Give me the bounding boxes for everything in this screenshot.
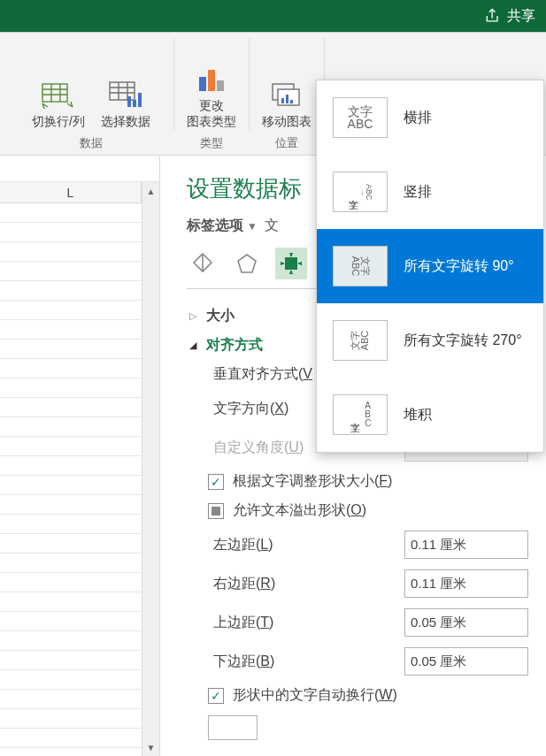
scroll-down-arrow[interactable]: ▼ bbox=[142, 738, 159, 756]
thumb-horizontal-icon: 文字ABC bbox=[333, 97, 388, 138]
input-margin-right[interactable] bbox=[405, 577, 546, 592]
switch-row-col-button[interactable]: 切换行/列 bbox=[26, 73, 91, 134]
tab-text-options[interactable]: 文 bbox=[265, 217, 279, 235]
column-header-L[interactable]: L bbox=[0, 182, 142, 202]
triangle-right-icon: ▷ bbox=[187, 310, 199, 322]
popup-option-vertical[interactable]: 文字↓ABC 竖排 bbox=[317, 155, 543, 229]
spin-margin-left[interactable]: ▲▼ bbox=[404, 531, 528, 559]
svg-rect-7 bbox=[217, 80, 224, 91]
popup-option-rotate-90[interactable]: 文字ABC 所有文字旋转 90° bbox=[317, 229, 543, 303]
ribbon-group-data: 切换行/列 选择数据 数据 bbox=[9, 33, 173, 155]
columns-button[interactable] bbox=[208, 715, 258, 740]
popup-option-vertical-label: 竖排 bbox=[404, 183, 432, 202]
row-margin-bottom: 下边距(B) ▲▼ bbox=[187, 642, 528, 681]
thumb-vertical-icon: 文字↓ABC bbox=[333, 172, 388, 212]
thumb-rotate-90-icon: 文字ABC bbox=[333, 246, 388, 286]
label-overflow: 允许文本溢出形状(O) bbox=[233, 501, 528, 520]
input-margin-left[interactable] bbox=[405, 538, 546, 553]
checkbox-autofit[interactable] bbox=[208, 474, 224, 490]
spin-margin-top[interactable]: ▲▼ bbox=[404, 608, 528, 637]
ribbon-group-position: 移动图表 位置 bbox=[250, 33, 324, 155]
input-margin-bottom[interactable] bbox=[405, 654, 546, 669]
select-data-button[interactable]: 选择数据 bbox=[95, 73, 157, 134]
section-size-title: 大小 bbox=[206, 307, 235, 325]
checkbox-overflow[interactable] bbox=[208, 503, 224, 519]
move-chart-icon bbox=[269, 80, 304, 109]
svg-rect-14 bbox=[286, 258, 296, 269]
svg-rect-2 bbox=[127, 96, 131, 107]
popup-option-rotate-270-label: 所有文字旋转 270° bbox=[404, 332, 522, 350]
label-margin-bottom: 下边距(B) bbox=[213, 653, 396, 671]
ribbon-group-type: 更改 图表类型 类型 bbox=[174, 33, 249, 155]
svg-marker-13 bbox=[238, 255, 256, 272]
input-margin-top[interactable] bbox=[405, 615, 546, 630]
move-chart-button[interactable]: 移动图表 bbox=[256, 73, 318, 134]
change-chart-type-button[interactable]: 更改 图表类型 bbox=[181, 57, 242, 134]
spin-margin-right[interactable]: ▲▼ bbox=[404, 569, 528, 598]
tab-label-options[interactable]: 标签选项▼ bbox=[187, 217, 258, 235]
row-columns bbox=[187, 710, 528, 745]
ribbon-group-position-label: 位置 bbox=[275, 135, 298, 151]
popup-option-rotate-270[interactable]: 文字ABC 所有文字旋转 270° bbox=[317, 303, 543, 378]
fill-outline-icon[interactable] bbox=[187, 248, 219, 279]
row-wrap: 形状中的文字自动换行(W) bbox=[187, 681, 528, 710]
ribbon-group-type-label: 类型 bbox=[200, 135, 223, 151]
spin-margin-bottom[interactable]: ▲▼ bbox=[404, 647, 528, 676]
svg-rect-3 bbox=[133, 100, 136, 107]
switch-row-col-icon bbox=[41, 80, 76, 109]
column-headers: L bbox=[0, 182, 159, 203]
grid-cells[interactable] bbox=[0, 203, 142, 756]
section-alignment-title: 对齐方式 bbox=[206, 336, 263, 355]
popup-option-stacked[interactable]: 文字 ABC 堆积 bbox=[317, 378, 543, 452]
label-margin-left: 左边距(L) bbox=[213, 536, 396, 554]
text-direction-popup: 文字ABC 横排 文字↓ABC 竖排 文字ABC 所有文字旋转 90° 文字AB… bbox=[316, 80, 544, 453]
popup-option-rotate-90-label: 所有文字旋转 90° bbox=[404, 257, 514, 276]
change-chart-type-icon bbox=[194, 65, 229, 93]
switch-row-col-label: 切换行/列 bbox=[32, 113, 85, 129]
effects-icon[interactable] bbox=[231, 248, 263, 279]
select-data-label: 选择数据 bbox=[101, 113, 150, 129]
change-chart-type-label: 更改 图表类型 bbox=[187, 97, 236, 129]
svg-rect-10 bbox=[281, 98, 284, 103]
row-overflow: 允许文本溢出形状(O) bbox=[187, 496, 528, 525]
row-margin-top: 上边距(T) ▲▼ bbox=[187, 603, 528, 642]
thumb-rotate-270-icon: 文字ABC bbox=[333, 320, 388, 361]
row-margin-right: 右边距(R) ▲▼ bbox=[187, 564, 528, 603]
select-data-icon bbox=[108, 80, 143, 109]
scroll-track[interactable] bbox=[142, 200, 159, 738]
size-properties-icon[interactable] bbox=[275, 248, 307, 279]
grid-area: L ▲ ▼ bbox=[0, 156, 160, 756]
svg-rect-6 bbox=[208, 70, 215, 91]
formula-bar[interactable] bbox=[0, 156, 159, 182]
label-autofit: 根据文字调整形状大小(F) bbox=[233, 472, 528, 491]
row-autofit: 根据文字调整形状大小(F) bbox=[187, 467, 528, 496]
move-chart-label: 移动图表 bbox=[262, 113, 311, 129]
vertical-scrollbar[interactable]: ▲ ▼ bbox=[142, 182, 159, 756]
label-margin-right: 右边距(R) bbox=[213, 575, 396, 593]
title-bar: 共享 bbox=[0, 0, 546, 32]
ribbon-group-data-label: 数据 bbox=[80, 135, 103, 151]
popup-option-stacked-label: 堆积 bbox=[404, 406, 432, 424]
popup-option-horizontal-label: 横排 bbox=[404, 109, 432, 127]
chevron-down-icon: ▼ bbox=[247, 220, 258, 233]
svg-rect-5 bbox=[199, 77, 206, 91]
label-wrap: 形状中的文字自动换行(W) bbox=[233, 686, 528, 705]
row-margin-left: 左边距(L) ▲▼ bbox=[187, 525, 528, 564]
checkbox-wrap[interactable] bbox=[208, 688, 224, 704]
thumb-stacked-icon: 文字 ABC bbox=[333, 394, 388, 435]
share-button[interactable]: 共享 bbox=[484, 7, 535, 26]
label-margin-top: 上边距(T) bbox=[213, 614, 396, 632]
svg-rect-4 bbox=[138, 93, 142, 107]
share-label: 共享 bbox=[507, 7, 535, 26]
scroll-up-arrow[interactable]: ▲ bbox=[142, 182, 159, 200]
share-icon bbox=[484, 7, 502, 25]
popup-option-horizontal[interactable]: 文字ABC 横排 bbox=[317, 80, 543, 155]
triangle-down-icon: ◢ bbox=[187, 340, 199, 351]
svg-rect-12 bbox=[290, 100, 293, 103]
svg-rect-11 bbox=[286, 95, 288, 103]
svg-rect-0 bbox=[42, 84, 67, 102]
